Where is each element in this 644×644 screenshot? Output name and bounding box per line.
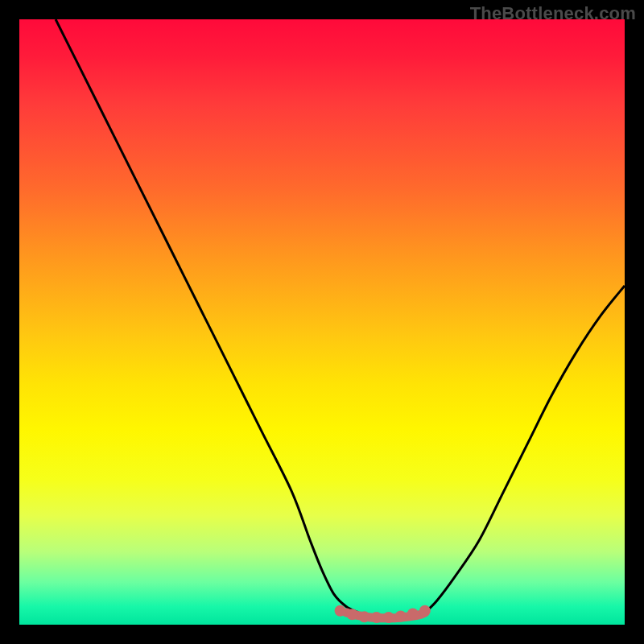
optimal-marker (395, 610, 407, 621)
curve-layer (19, 19, 625, 625)
watermark-label: TheBottleneck.com (470, 3, 636, 24)
optimal-marker (335, 605, 346, 617)
series-right-branch (425, 286, 625, 613)
optimal-marker (407, 608, 419, 619)
optimal-marker (371, 612, 382, 623)
optimal-marker (383, 612, 394, 623)
optimal-marker (359, 611, 370, 622)
series-left-branch (56, 19, 358, 613)
chart-frame: TheBottleneck.com (0, 0, 644, 644)
plot-area (19, 19, 625, 625)
optimal-marker (419, 605, 431, 617)
optimal-marker (347, 609, 358, 620)
